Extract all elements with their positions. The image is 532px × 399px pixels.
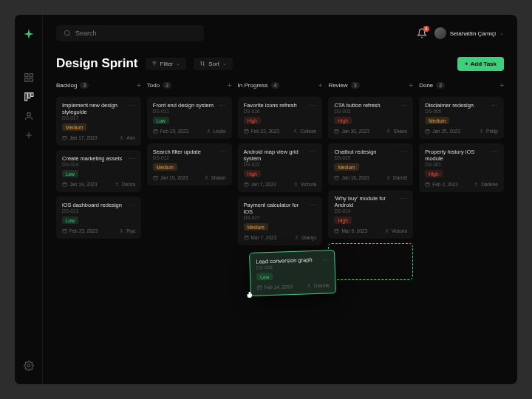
card-date: Jan 30, 2023 (334, 129, 369, 134)
svg-rect-0 (24, 74, 27, 77)
card-menu-icon[interactable]: ⋯ (310, 202, 316, 209)
nav-board-icon[interactable] (24, 92, 34, 102)
svg-point-23 (295, 183, 296, 184)
card-assignee: Shane (386, 129, 407, 134)
nav-dashboard-icon[interactable] (24, 72, 34, 83)
kanban-board: Backlog 3 + Implement new design stylegu… (43, 78, 517, 384)
column-add-button[interactable]: + (318, 81, 323, 89)
task-card[interactable]: Property history iOS module DS-001 ⋯ Hig… (419, 143, 504, 192)
column-count: 2 (436, 82, 445, 89)
card-menu-icon[interactable]: ⋯ (491, 102, 498, 109)
svg-point-17 (208, 129, 209, 131)
task-card[interactable]: Create marketing assets DS-024 ⋯ Low Jan… (56, 150, 141, 192)
card-menu-icon[interactable]: ⋯ (400, 195, 407, 202)
priority-badge: High (334, 216, 351, 224)
task-card[interactable]: 'Why buy' module for Android DS-014 ⋯ Hi… (328, 190, 413, 239)
task-card[interactable]: Android map view grid system DS-022 ⋯ Hi… (238, 143, 323, 192)
card-id: DS-006 (425, 109, 488, 114)
card-menu-icon[interactable]: ⋯ (400, 149, 407, 156)
card-menu-icon[interactable]: ⋯ (129, 102, 135, 109)
sort-button[interactable]: Sort ⌄ (194, 58, 233, 70)
column-add-button[interactable]: + (409, 81, 413, 89)
sort-label: Sort (208, 61, 219, 67)
card-assignee: Leslie (206, 129, 226, 134)
svg-rect-3 (30, 78, 33, 81)
card-menu-icon[interactable]: ⋯ (219, 149, 226, 156)
column-inprogress: In Progress 4 + Favorite icons refresh D… (238, 78, 323, 371)
filter-button[interactable]: Filter ⌄ (146, 58, 187, 70)
card-id: DS-003 (334, 109, 398, 114)
column-count: 3 (351, 82, 360, 89)
column-done: Done 2 + Disclaimer redesign DS-006 ⋯ Me… (419, 78, 504, 371)
user-menu[interactable]: Selahattin Çamiçi ⌄ (434, 27, 504, 39)
card-menu-icon[interactable]: ⋯ (400, 102, 407, 109)
card-menu-icon[interactable]: ⋯ (129, 155, 135, 163)
card-title: Favorite icons refresh (244, 102, 307, 109)
column-header: Done 2 + (419, 78, 504, 92)
notifications-button[interactable]: 3 (417, 28, 427, 38)
card-menu-icon[interactable]: ⋯ (310, 102, 316, 109)
priority-badge: Low (62, 170, 78, 177)
card-assignee: Victoria (293, 182, 317, 187)
search-box[interactable] (56, 25, 204, 41)
task-card[interactable]: Disclaimer redesign DS-006 ⋯ Medium Jan … (419, 97, 504, 139)
svg-rect-28 (335, 176, 338, 180)
column-review: Review 3 + CTA button refresh DS-003 ⋯ H… (328, 78, 413, 371)
nav-plus-icon[interactable] (24, 130, 34, 140)
task-card[interactable]: CTA button refresh DS-003 ⋯ High Jan 30,… (328, 97, 413, 139)
svg-rect-20 (244, 129, 248, 133)
rail-nav (24, 72, 34, 140)
task-card[interactable]: Lead conversion graph DS-008 ⋯ Low Feb 1… (249, 250, 336, 296)
card-assignee: Colleen (293, 129, 316, 134)
svg-rect-6 (30, 93, 33, 97)
settings-icon[interactable] (24, 361, 34, 371)
column-count: 3 (80, 82, 89, 89)
task-card[interactable]: Payment calculator for iOS DS-027 ⋯ Medi… (238, 197, 323, 245)
add-task-button[interactable]: + Add Task (457, 57, 504, 71)
card-menu-icon[interactable]: ⋯ (129, 202, 135, 209)
column-add-button[interactable]: + (228, 81, 232, 89)
priority-badge: Medium (153, 163, 177, 171)
nav-people-icon[interactable] (24, 111, 34, 121)
task-card[interactable]: iOS dashboard redesign DS-013 ⋯ Low Feb … (56, 197, 141, 239)
svg-point-8 (27, 364, 30, 367)
add-task-label: Add Task (471, 61, 497, 67)
search-input[interactable] (75, 30, 197, 37)
svg-rect-10 (63, 136, 66, 140)
card-id: DS-014 (334, 208, 398, 214)
svg-rect-26 (335, 129, 338, 133)
card-menu-icon[interactable]: ⋯ (219, 102, 226, 109)
task-card[interactable]: Front end design system DS-011 ⋯ Low Feb… (147, 97, 232, 139)
svg-rect-12 (63, 183, 66, 186)
card-assignee: Ann (119, 135, 135, 140)
card-date: Mar 7, 2023 (244, 235, 277, 240)
chevron-down-icon: ⌄ (499, 30, 504, 36)
card-id: DS-011 (153, 109, 216, 114)
card-assignee: Debra (115, 182, 135, 187)
username: Selahattin Çamiçi (450, 30, 496, 37)
task-card[interactable]: Search filter update DS-012 ⋯ Medium Jan… (147, 143, 232, 185)
column-add-button[interactable]: + (137, 81, 141, 89)
card-assignee: Shawn (204, 175, 226, 180)
card-date: Jan 7, 2023 (244, 182, 276, 187)
card-id: DS-027 (244, 215, 307, 220)
priority-badge: Low (256, 273, 273, 281)
filter-icon (151, 61, 157, 66)
card-menu-icon[interactable]: ⋯ (310, 149, 316, 156)
svg-point-7 (27, 112, 30, 116)
card-assignee: Philip (479, 129, 498, 134)
card-date: Feb 22, 2023 (244, 129, 279, 134)
svg-point-31 (386, 229, 387, 231)
priority-badge: High (425, 170, 442, 177)
card-menu-icon[interactable]: ⋯ (321, 256, 328, 263)
svg-point-27 (388, 129, 389, 131)
card-menu-icon[interactable]: ⋯ (491, 149, 498, 156)
card-date: Feb 14, 2023 (257, 284, 293, 290)
sort-icon (200, 61, 205, 66)
task-card[interactable]: Implement new design styleguide DS-017 ⋯… (56, 97, 141, 146)
drop-zone[interactable] (328, 243, 413, 280)
task-card[interactable]: Favorite icons refresh DS-016 ⋯ High Feb… (238, 97, 323, 139)
chevron-down-icon: ⌄ (176, 61, 180, 66)
column-add-button[interactable]: + (499, 81, 504, 89)
task-card[interactable]: Chatbot redesign DS-025 ⋯ Medium Jan 18,… (328, 143, 413, 185)
